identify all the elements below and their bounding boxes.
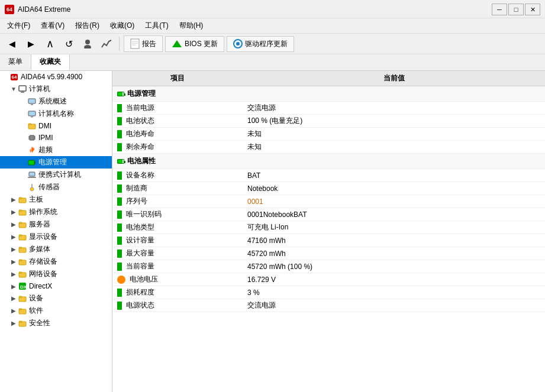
forward-button[interactable]: ▶ [22,35,39,52]
section-title-battery: 电池属性 [127,157,156,165]
sidebar-item-storage[interactable]: ▶ 存储设备 [0,255,112,268]
sidebar-label: 服务器 [29,219,50,229]
sidebar-item-server[interactable]: ▶ 服务器 [0,218,112,231]
menu-favorites[interactable]: 收藏(O) [105,20,139,32]
refresh-button[interactable]: ↺ [60,35,77,52]
chip-icon [27,133,37,142]
row-value: 16.729 V [243,273,545,286]
close-button[interactable]: ✕ [525,4,540,15]
sidebar-item-device[interactable]: ▶ 设备 [0,292,112,304]
sidebar-item-sensor[interactable]: 传感器 [0,181,112,193]
driver-button[interactable]: 驱动程序更新 [227,36,294,52]
row-name: 最大容量 [112,247,243,260]
sidebar-item-display[interactable]: ▶ 显示设备 [0,231,112,243]
sidebar-label: 计算机名称 [38,109,74,119]
tree-toggle-mainboard[interactable]: ▶ [9,196,18,203]
sidebar-item-dmi[interactable]: DMI [0,120,112,132]
tab-favorites[interactable]: 收藏夹 [31,54,70,70]
row-value: 0001NotebookBAT [243,208,545,221]
sidebar-label: 多媒体 [29,244,50,254]
user-button[interactable] [79,35,96,52]
row-name: 唯一识别码 [112,208,243,221]
sidebar-label: 电源管理 [38,157,67,167]
sidebar-label: 系统概述 [38,96,67,106]
folder-software-icon [18,306,27,316]
green-bar-icon [117,171,122,180]
battery-section2-icon [117,159,124,164]
bios-button[interactable]: BIOS 更新 [165,36,224,52]
graph-button[interactable] [98,35,115,52]
row-value: 未知 [243,141,545,154]
sidebar-label: 安全性 [29,318,50,328]
sidebar-item-overfreq[interactable]: 超频 [0,144,112,156]
sidebar-item-security[interactable]: ▶ 安全性 [0,317,112,329]
graph-icon [101,39,112,48]
tree-toggle-server[interactable]: ▶ [9,221,18,228]
svg-rect-12 [31,104,33,105]
back-button[interactable]: ◀ [4,35,20,52]
sidebar-item-powermgmt[interactable]: 电源管理 [0,156,112,169]
menu-help[interactable]: 帮助(H) [175,20,208,32]
title-bar: 64 AIDA64 Extreme ─ □ ✕ [0,0,545,18]
sidebar-label: 计算机 [29,84,50,94]
svg-rect-41 [19,260,22,261]
up-button[interactable]: ∧ [41,35,58,52]
tree-toggle-computer[interactable]: ▼ [9,86,18,92]
laptop-icon [27,170,37,180]
row-value: 可充电 Li-Ion [243,221,545,234]
svg-point-28 [30,187,34,191]
tree-toggle-os[interactable]: ▶ [9,209,18,215]
tree-toggle-network[interactable]: ▶ [9,271,18,277]
sidebar-item-multimedia[interactable]: ▶ 多媒体 [0,243,112,255]
menu-tools[interactable]: 工具(T) [140,20,173,32]
table-row: 当前容量 45720 mWh (100 %) [112,260,545,273]
sidebar-item-software[interactable]: ▶ 软件 [0,304,112,317]
svg-rect-10 [21,92,24,93]
green-bar-icon [117,104,122,112]
menu-file[interactable]: 文件(F) [2,20,35,32]
row-name: 电池类型 [112,221,243,234]
row-name: 制造商 [112,182,243,195]
tree-toggle-security[interactable]: ▶ [9,320,18,326]
tree-toggle-display[interactable]: ▶ [9,234,18,240]
sidebar-item-os[interactable]: ▶ 操作系统 [0,206,112,218]
bios-label: BIOS 更新 [185,39,218,49]
row-value: 45720 mWh (100 %) [243,260,545,273]
sidebar-label: DirectX [29,282,52,290]
green-bar-icon [117,289,122,297]
sidebar-item-directx[interactable]: ▶ DX DirectX [0,280,112,292]
minimize-button[interactable]: ─ [492,4,507,15]
sidebar-item-aida64[interactable]: 64 AIDA64 v5.99.4900 [0,71,112,83]
svg-rect-51 [19,321,22,322]
table-row: 设备名称 BAT [112,169,545,182]
table-row: 序列号 0001 [112,195,545,208]
green-bar-icon [117,250,122,258]
sidebar-item-network[interactable]: ▶ 网络设备 [0,268,112,280]
green-bar-icon [117,197,122,206]
sidebar-item-sysoverview[interactable]: 系统概述 [0,95,112,108]
maximize-button[interactable]: □ [508,4,524,15]
sidebar-item-computer[interactable]: ▼ 计算机 [0,83,112,95]
sidebar-label: AIDA64 v5.99.4900 [21,73,82,81]
sidebar-item-portable[interactable]: 便携式计算机 [0,169,112,181]
svg-rect-17 [30,135,34,140]
tree-toggle-software[interactable]: ▶ [9,307,18,314]
green-bar-icon [117,130,122,138]
menu-report[interactable]: 报告(R) [70,20,104,32]
row-name: 电池状态 [112,115,243,128]
sidebar[interactable]: 64 AIDA64 v5.99.4900 ▼ 计算机 系统概述 计算机 [0,71,112,392]
report-button[interactable]: 报告 [124,35,163,52]
tab-menu[interactable]: 菜单 [0,54,31,70]
tree-toggle-storage[interactable]: ▶ [9,258,18,265]
toolbar-separator [119,37,120,51]
tree-toggle-device[interactable]: ▶ [9,295,18,302]
tree-toggle-multimedia[interactable]: ▶ [9,246,18,252]
folder-display-icon [18,232,27,242]
sidebar-item-ipmi[interactable]: IPMI [0,132,112,144]
tree-toggle-directx[interactable]: ▶ [9,283,18,290]
app-icon: 64 [5,5,14,14]
sidebar-item-compname[interactable]: 计算机名称 [0,108,112,120]
sidebar-item-mainboard[interactable]: ▶ 主板 [0,193,112,206]
aida64-icon: 64 [9,72,19,82]
menu-view[interactable]: 查看(V) [36,20,69,32]
